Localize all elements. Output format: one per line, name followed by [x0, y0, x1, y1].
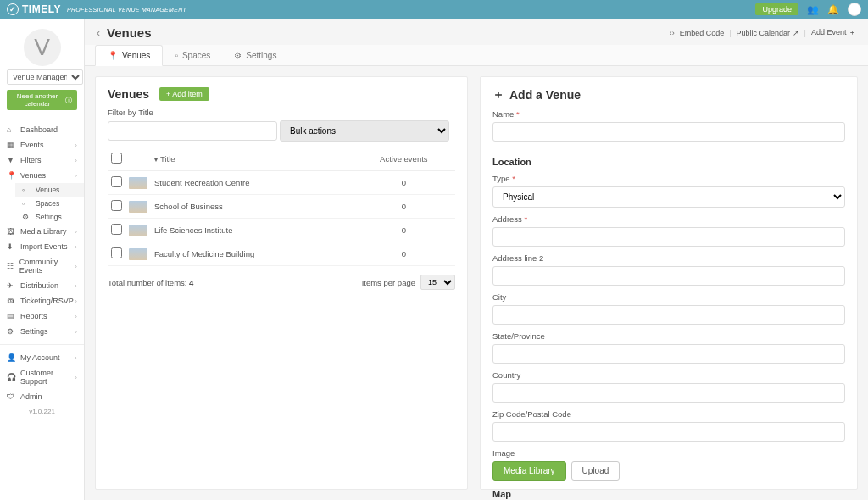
venue-title: Faculty of Medicine Building — [151, 242, 353, 266]
embed-code-icon: ‹› — [670, 29, 675, 37]
external-link-icon: ↗ — [793, 29, 799, 37]
zip-field[interactable] — [492, 422, 845, 442]
users-icon[interactable]: 👥 — [807, 3, 819, 15]
sidebar-item-admin[interactable]: 🛡Admin — [0, 389, 84, 404]
public-calendar-link[interactable]: Public Calendar ↗ — [737, 29, 799, 37]
table-row[interactable]: Life Sciences Institute0 — [108, 219, 455, 242]
table-row[interactable]: Faculty of Medicine Building0 — [108, 242, 455, 266]
filter-label: Filter by Title — [108, 108, 455, 117]
chevron-right-icon: › — [75, 282, 77, 290]
support-icon: 🎧 — [7, 373, 15, 381]
select-all-checkbox[interactable] — [111, 153, 122, 164]
sidebar-item-support[interactable]: 🎧Customer Support› — [0, 365, 84, 389]
venue-active-count: 0 — [353, 242, 455, 266]
tab-spaces[interactable]: ▫Spaces — [163, 45, 222, 65]
row-checkbox[interactable] — [111, 200, 122, 211]
sidebar-item-distribution[interactable]: ✈Distribution› — [0, 278, 84, 293]
sidebar-item-reports[interactable]: ▤Reports› — [0, 308, 84, 324]
add-venue-panel: ＋Add a Venue Name * Location Type * Phys… — [480, 76, 858, 490]
country-field[interactable] — [492, 383, 845, 403]
spaces-icon: ▫ — [22, 199, 31, 208]
chevron-right-icon: › — [75, 354, 77, 362]
sidebar-item-account[interactable]: 👤My Account› — [0, 350, 84, 365]
home-icon: ⌂ — [7, 125, 15, 134]
items-per-page-select[interactable]: 15 — [420, 275, 455, 290]
state-field[interactable] — [492, 344, 845, 364]
sidebar-item-ticketing[interactable]: 🎟Ticketing/RSVP› — [0, 293, 84, 308]
upgrade-button[interactable]: Upgrade — [755, 3, 798, 15]
brand-name: TIMELY — [22, 3, 61, 15]
venue-thumbnail — [129, 248, 147, 260]
import-icon: ⬇ — [7, 242, 15, 251]
sidebar-sub-venues[interactable]: ◦Venues — [15, 183, 84, 197]
sidebar-item-filters[interactable]: ▼Filters› — [0, 153, 84, 168]
sidebar-sub-spaces[interactable]: ▫Spaces — [15, 197, 84, 210]
sidebar-nav: ⌂Dashboard ▦Events› ▼Filters› 📍Venues› ◦… — [0, 117, 84, 500]
info-icon: ⓘ — [65, 96, 72, 105]
row-checkbox[interactable] — [111, 247, 122, 258]
back-arrow-icon[interactable]: ‹ — [97, 27, 100, 39]
sidebar-item-settings[interactable]: ⚙Settings› — [0, 324, 84, 339]
filter-icon: ▼ — [7, 156, 15, 164]
col-active: Active events — [353, 147, 455, 171]
sidebar-item-events[interactable]: ▦Events› — [0, 137, 84, 153]
need-calendar-button[interactable]: Need another calendar ⓘ — [7, 90, 77, 110]
chevron-right-icon: › — [75, 374, 77, 381]
spaces-icon: ▫ — [175, 51, 178, 60]
venue-title: Life Sciences Institute — [151, 219, 353, 242]
address-label: Address * — [492, 214, 845, 224]
org-select[interactable]: Venue Management Softw — [7, 69, 83, 85]
page-title: Venues — [107, 25, 152, 40]
zip-label: Zip Code/Postal Code — [492, 409, 845, 419]
gear-icon: ⚙ — [22, 213, 31, 221]
address-field[interactable] — [492, 227, 845, 247]
check-icon: ✓ — [7, 3, 19, 15]
filter-input[interactable] — [108, 121, 277, 141]
table-row[interactable]: School of Business0 — [108, 195, 455, 219]
chevron-right-icon: › — [75, 313, 77, 320]
sidebar-item-venues[interactable]: 📍Venues› — [0, 168, 84, 183]
address2-field[interactable] — [492, 266, 845, 286]
chevron-right-icon: › — [75, 157, 77, 164]
table-row[interactable]: Student Recreation Centre0 — [108, 171, 455, 195]
tab-venues[interactable]: 📍Venues — [95, 45, 163, 66]
sidebar-sub-settings[interactable]: ⚙Settings — [15, 210, 84, 224]
bell-icon[interactable]: 🔔 — [827, 3, 839, 15]
media-library-button[interactable]: Media Library — [492, 461, 566, 481]
chevron-down-icon: › — [72, 175, 80, 177]
plus-icon: ＋ — [849, 28, 856, 36]
main: ‹ Venues ‹› Embed Code | Public Calendar… — [85, 19, 868, 500]
tab-settings[interactable]: ⚙Settings — [222, 45, 288, 65]
sidebar-item-import[interactable]: ⬇Import Events› — [0, 239, 84, 254]
calendar-icon: ▦ — [7, 141, 15, 149]
location-heading: Location — [492, 157, 845, 167]
row-checkbox[interactable] — [111, 176, 122, 187]
chevron-right-icon: › — [75, 228, 77, 236]
col-title[interactable]: ▾Title — [151, 147, 353, 171]
sidebar-item-dashboard[interactable]: ⌂Dashboard — [0, 122, 84, 137]
add-event-link[interactable]: Add Event ＋ — [811, 27, 856, 38]
sidebar: V Venue Management Softw Need another ca… — [0, 19, 85, 500]
city-field[interactable] — [492, 305, 845, 325]
sidebar-item-community[interactable]: ☷Community Events› — [0, 254, 84, 278]
upload-button[interactable]: Upload — [571, 461, 620, 481]
items-per-page-label: Items per page — [362, 278, 415, 287]
type-select[interactable]: Physical — [492, 186, 845, 208]
plus-icon: ＋ — [492, 87, 504, 103]
shield-icon: 🛡 — [7, 392, 15, 401]
user-icon: 👤 — [7, 353, 15, 362]
pin-icon: ◦ — [22, 186, 31, 194]
venue-thumbnail — [129, 201, 147, 213]
name-label: Name * — [492, 109, 845, 119]
embed-code-link[interactable]: Embed Code — [680, 29, 725, 37]
name-field[interactable] — [492, 122, 845, 142]
venue-title: School of Business — [151, 195, 353, 219]
bulk-actions-select[interactable]: Bulk actions — [280, 120, 449, 142]
address2-label: Address line 2 — [492, 253, 845, 263]
row-checkbox[interactable] — [111, 224, 122, 235]
brand-logo: ✓ TIMELY PROFESSIONAL VENUE MANAGEMENT — [7, 3, 186, 15]
sidebar-item-media[interactable]: 🖼Media Library› — [0, 224, 84, 239]
add-item-button[interactable]: + Add item — [159, 87, 209, 101]
sort-icon: ▾ — [154, 156, 158, 164]
avatar[interactable] — [848, 3, 861, 16]
